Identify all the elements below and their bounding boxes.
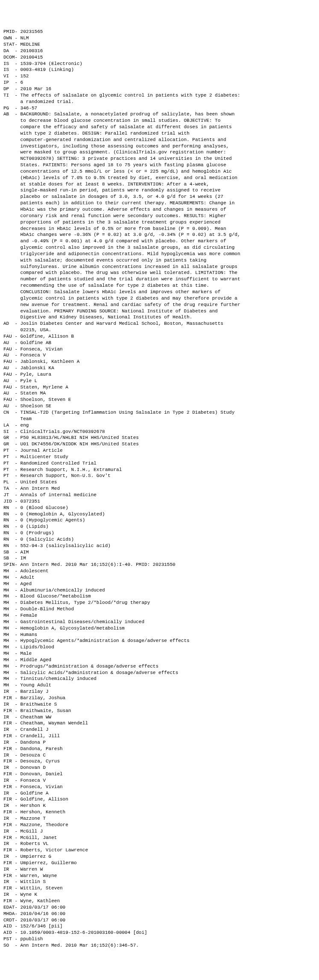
record-line: RN - 0 (Lipids): [3, 524, 316, 530]
record-line: IR - Wittlin S: [3, 879, 316, 885]
record-line: DA - 20100316: [3, 48, 316, 54]
record-line: 02215, USA.: [3, 327, 316, 333]
record-line: MH - Hypoglycemic Agents/*administration…: [3, 638, 316, 644]
record-line: MH - Adult: [3, 574, 316, 581]
record-line: PT - Research Support, N.I.H., Extramura…: [3, 467, 316, 473]
record-line: FIR - Barzilay, Joshua: [3, 695, 316, 701]
record-line: FAU - Fonseca, Vivian: [3, 346, 316, 353]
record-line: HbA1c was the primary outcome. Adverse e…: [3, 206, 316, 213]
record-line: MH - Albuminuria/chemically induced: [3, 587, 316, 594]
record-line: IR - Dandona P: [3, 739, 316, 746]
record-line: RN - 0 (Prodrugs): [3, 530, 316, 536]
record-line: FIR - Dandona, Paresh: [3, 746, 316, 752]
record-line: (HbA1c) levels of 7.0% to 9.5% treated b…: [3, 175, 316, 181]
record-line: MH - Prodrugs/*administration & dosage/a…: [3, 663, 316, 670]
record-line: computer-generated randomization and cen…: [3, 137, 316, 143]
record-line: MHDA- 2010/04/16 06:00: [3, 911, 316, 917]
record-line: triglyceride and adiponectin concentrati…: [3, 251, 316, 257]
record-line: FIR - Crandell, Jill: [3, 733, 316, 739]
record-line: coronary risk and renal function were se…: [3, 213, 316, 219]
record-line: AID - 10.1059/0003-4819-152-6-201003160-…: [3, 930, 316, 936]
record-line: DP - 2010 Mar 16: [3, 86, 316, 92]
record-line: RN - 552-94-3 (salicylsalicylic acid): [3, 543, 316, 549]
record-line: AU - Goldfine AB: [3, 340, 316, 346]
record-line: FIR - Roberts, Victor Lawrence: [3, 847, 316, 853]
record-line: JID - 0372351: [3, 498, 316, 505]
record-line: RN - 0 (Blood Glucose): [3, 505, 316, 511]
record-line: NCT00392678) SETTING: 3 private practice…: [3, 156, 316, 162]
record-line: IR - Crandell J: [3, 727, 316, 733]
record-line: IS - 0003-4819 (Linking): [3, 67, 316, 73]
medline-record: PMID- 20231565OWN - NLMSTAT- MEDLINEDA -…: [3, 29, 316, 948]
record-line: FAU - Shoelson, Steven E: [3, 397, 316, 403]
record-line: compare the efficacy and safety of salsa…: [3, 124, 316, 130]
record-line: IR - Umpierrez G: [3, 853, 316, 860]
record-line: SB - IM: [3, 555, 316, 562]
record-line: IR - Hershon K: [3, 803, 316, 809]
record-line: new avenue for treatment. Renal and card…: [3, 302, 316, 308]
record-line: and -0.49% (P = 0.001) at 4.0 g/d compar…: [3, 238, 316, 244]
record-line: MH - Female: [3, 612, 316, 619]
record-line: FIR - Cheatham, Wayman Wendell: [3, 720, 316, 727]
record-line: OWN - NLM: [3, 35, 316, 41]
record-line: AU - Jablonski KA: [3, 365, 316, 371]
record-line: HbA1c changes were -0.36% (P = 0.02) at …: [3, 232, 316, 238]
record-line: MH - Diabetes Mellitus, Type 2/*blood/*d…: [3, 600, 316, 606]
record-line: FAU - Goldfine, Allison B: [3, 333, 316, 340]
record-line: MH - Adolescent: [3, 568, 316, 574]
record-line: CONCLUSION: Salsalate lowers HbA1c level…: [3, 289, 316, 295]
record-line: MH - Tinnitus/chemically induced: [3, 676, 316, 682]
record-line: PT - Research Support, Non-U.S. Gov't: [3, 473, 316, 479]
record-line: IR - Warren W: [3, 866, 316, 873]
record-line: MH - Aged: [3, 581, 316, 587]
record-line: FIR - Wyne, Kathleen: [3, 898, 316, 904]
record-line: IR - Goldfine A: [3, 790, 316, 797]
record-line: PL - United States: [3, 479, 316, 486]
record-line: single-masked run-in period, patients we…: [3, 187, 316, 194]
record-line: MH - Humans: [3, 632, 316, 638]
record-line: AB - BACKGROUND: Salsalate, a nonacetyla…: [3, 111, 316, 118]
record-line: JT - Annals of internal medicine: [3, 492, 316, 498]
record-line: AU - Fonseca V: [3, 352, 316, 359]
record-line: IR - Fonseca V: [3, 777, 316, 784]
record-line: TI - The effects of salsalate on glycemi…: [3, 92, 316, 99]
record-line: AU - Shoelson SE: [3, 403, 316, 409]
record-line: DCOM- 20100415: [3, 54, 316, 61]
record-line: SO - Ann Intern Med. 2010 Mar 16;152(6):…: [3, 942, 316, 949]
record-line: RN - 0 (Salicylic Acids): [3, 536, 316, 543]
record-line: States. PATIENTS: Persons aged 18 to 75 …: [3, 162, 316, 168]
record-line: patients each) in addition to their curr…: [3, 200, 316, 206]
record-line: GR - U01 DK74556/DK/NIDDK NIH HHS/United…: [3, 441, 316, 447]
record-line: FIR - Wittlin, Steven: [3, 885, 316, 892]
record-line: FIR - Braithwaite, Susan: [3, 708, 316, 714]
record-line: FIR - Mazzone, Theodore: [3, 822, 316, 828]
record-line: SB - AIM: [3, 549, 316, 556]
record-line: MH - Young Adult: [3, 682, 316, 689]
record-line: MH - Lipids/blood: [3, 644, 316, 650]
record-line: MH - Male: [3, 650, 316, 657]
record-line: CRDT- 2010/03/17 06:00: [3, 917, 316, 924]
record-line: PMID- 20231565: [3, 29, 316, 35]
record-line: PT - Journal Article: [3, 447, 316, 454]
record-line: FIR - McGill, Janet: [3, 835, 316, 841]
record-line: TA - Ann Intern Med: [3, 486, 316, 492]
record-line: VI - 152: [3, 73, 316, 79]
record-line: Team: [3, 416, 316, 422]
record-line: IR - Barzilay J: [3, 689, 316, 695]
record-line: FAU - Jablonski, Kathleen A: [3, 359, 316, 365]
record-line: SI - ClinicalTrials.gov/NCT00392678: [3, 429, 316, 435]
record-line: FIR - Goldfine, Allison: [3, 796, 316, 803]
record-line: IR - Donovan D: [3, 765, 316, 771]
record-line: PT - Multicenter Study: [3, 454, 316, 460]
record-line: with salsalate; documented events occurr…: [3, 257, 316, 264]
record-line: IR - Wyne K: [3, 892, 316, 898]
record-line: GR - P50 HL83813/HL/NHLBI NIH HHS/United…: [3, 435, 316, 441]
record-line: number of patients studied and the trial…: [3, 276, 316, 283]
record-line: FIR - Donovan, Daniel: [3, 771, 316, 777]
record-line: Digestive and Kidney Diseases, National …: [3, 314, 316, 321]
record-line: STAT- MEDLINE: [3, 41, 316, 48]
record-line: sulfonylureas. Urine albumin concentrati…: [3, 264, 316, 270]
record-line: FIR - Desouza, Cyrus: [3, 758, 316, 765]
record-line: IR - Mazzone T: [3, 815, 316, 822]
record-line: RN - 0 (Hemoglobin A, Glycosylated): [3, 511, 316, 518]
